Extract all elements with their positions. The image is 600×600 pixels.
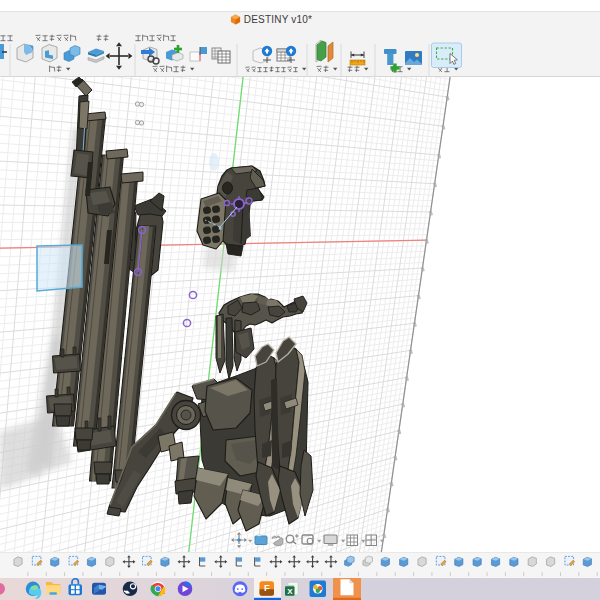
- svg-text:F: F: [264, 582, 270, 593]
- svg-text:X: X: [287, 587, 293, 596]
